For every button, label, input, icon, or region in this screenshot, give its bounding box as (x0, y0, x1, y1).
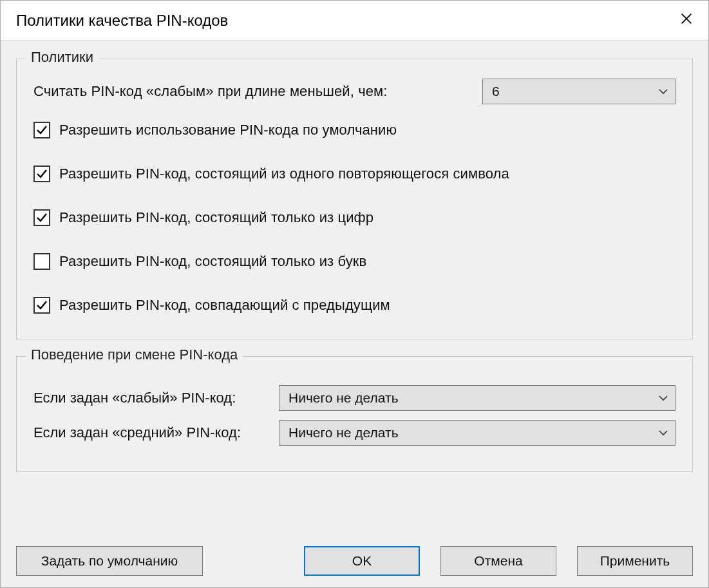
apply-button[interactable]: Применить (577, 546, 693, 576)
behavior-weak-label: Если задан «слабый» PIN-код: (33, 390, 236, 406)
checkbox-allow-default[interactable] (33, 122, 50, 138)
close-button[interactable] (674, 8, 699, 33)
checkbox-row-allow-letters-only: Разрешить PIN-код, состоящий только из б… (33, 249, 676, 274)
dialog-body: Политики Считать PIN-код «слабым» при дл… (1, 41, 708, 587)
checkbox-row-allow-default: Разрешить использование PIN-кода по умол… (33, 117, 676, 143)
button-label: Отмена (474, 553, 522, 569)
checkbox-allow-digits-only[interactable] (33, 209, 50, 226)
behavior-medium-value: Ничего не делать (288, 425, 399, 441)
policies-fieldset: Политики Считать PIN-код «слабым» при дл… (16, 59, 693, 339)
checkbox-label: Разрешить PIN-код, состоящий только из б… (59, 253, 366, 270)
checkbox-label: Разрешить PIN-код, состоящий из одного п… (59, 166, 509, 182)
checkbox-row-allow-same-as-prev: Разрешить PIN-код, совпадающий с предыду… (33, 292, 676, 318)
weak-length-value: 6 (492, 84, 500, 99)
close-icon (679, 12, 694, 29)
dialog-footer: Задать по умолчанию OK Отмена Применить (16, 542, 693, 576)
set-default-button[interactable]: Задать по умолчанию (16, 546, 203, 576)
behavior-legend: Поведение при смене PIN-кода (26, 346, 243, 363)
button-label: Применить (600, 553, 670, 569)
chevron-down-icon (658, 393, 668, 403)
checkbox-allow-letters-only[interactable] (33, 253, 50, 270)
dialog-title: Политики качества PIN-кодов (16, 12, 228, 30)
behavior-medium-label: Если задан «средний» PIN-код: (33, 424, 241, 441)
checkbox-label: Разрешить использование PIN-кода по умол… (59, 122, 397, 138)
button-label: OK (352, 553, 372, 569)
button-label: Задать по умолчанию (41, 553, 178, 569)
behavior-weak-select[interactable]: Ничего не делать (279, 385, 676, 411)
titlebar: Политики качества PIN-кодов (1, 1, 708, 41)
policies-legend: Политики (26, 49, 99, 66)
cancel-button[interactable]: Отмена (440, 546, 556, 576)
pin-policy-dialog: Политики качества PIN-кодов Политики Счи… (0, 0, 709, 588)
behavior-medium-row: Если задан «средний» PIN-код: Ничего не … (33, 420, 676, 446)
weak-length-row: Считать PIN-код «слабым» при длине меньш… (33, 79, 676, 104)
checkbox-row-allow-repeating: Разрешить PIN-код, состоящий из одного п… (33, 161, 676, 187)
behavior-weak-value: Ничего не делать (288, 390, 399, 406)
chevron-down-icon (658, 86, 668, 97)
behavior-medium-select[interactable]: Ничего не делать (279, 420, 676, 446)
checkbox-allow-repeating[interactable] (33, 166, 50, 182)
checkbox-label: Разрешить PIN-код, состоящий только из ц… (59, 209, 373, 226)
behavior-fieldset: Поведение при смене PIN-кода Если задан … (16, 356, 693, 472)
behavior-weak-row: Если задан «слабый» PIN-код: Ничего не д… (33, 385, 676, 411)
ok-button[interactable]: OK (304, 546, 420, 576)
weak-length-label: Считать PIN-код «слабым» при длине меньш… (33, 83, 388, 100)
chevron-down-icon (658, 428, 668, 438)
weak-length-select[interactable]: 6 (482, 79, 676, 104)
checkbox-allow-same-as-prev[interactable] (33, 297, 50, 314)
checkbox-label: Разрешить PIN-код, совпадающий с предыду… (59, 297, 390, 314)
checkbox-row-allow-digits-only: Разрешить PIN-код, состоящий только из ц… (33, 205, 676, 231)
